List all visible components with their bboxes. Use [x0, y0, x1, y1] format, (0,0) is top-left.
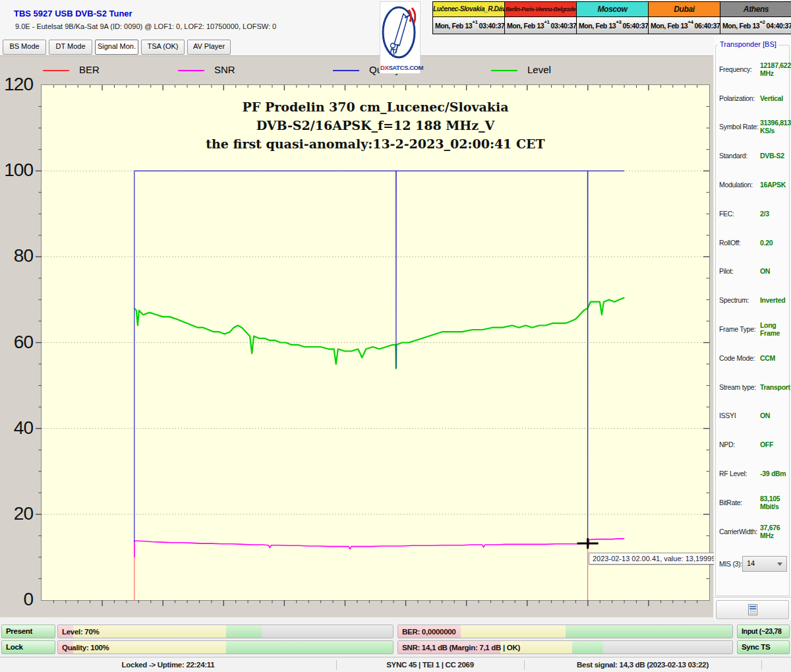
clock-date: Mon, Feb 13 [651, 22, 688, 30]
bar-seg [566, 625, 732, 638]
logo-rest: SATCS.COM [388, 64, 423, 71]
clock-berlin: Berlin-Paris-Vienna-Belgrade Mon, Feb 13… [504, 1, 577, 34]
world-clocks: Lučenec-Slovakia_R.Dávid Mon, Feb 13+103… [432, 1, 791, 34]
clock-athens: Athens Mon, Feb 13+204:40:37 [720, 1, 791, 34]
y-tick-label: 0 [0, 589, 33, 610]
y-tick-label: 60 [0, 332, 33, 353]
y-tick-label: 120 [0, 74, 33, 95]
best-signal-status: Best signal: 14,3 dB (2023-02-13 03:22) [524, 657, 761, 672]
uptime-status: Locked -> Uptime: 22:24:11 [0, 657, 336, 672]
snr-bar: SNR: 14,1 dB (Margin: 7,1 dB | OK) [397, 640, 733, 654]
row-npd: NPD:OFF [719, 430, 788, 459]
tab-signal-mon[interactable]: Signal Mon. [95, 40, 138, 55]
row-pilot: Pilot:ON [719, 257, 788, 286]
clock-time: 03:40:37 [551, 22, 577, 30]
dxsatcs-logo: DXSATCS.COM [380, 1, 421, 74]
plot-canvas [42, 85, 709, 600]
clock-date: Mon, Feb 13 [435, 22, 472, 30]
transponder-rows: Frequency:12187,622 MHz Polarization:Ver… [719, 55, 788, 546]
sidebar-divider [714, 597, 791, 597]
sync-tei-cc-status: SYNC 45 | TEI 1 | CC 2069 [336, 657, 524, 672]
mis-dropdown[interactable]: 14 [742, 556, 787, 572]
clock-utc-offset: +1 [472, 19, 477, 25]
tab-dt-mode[interactable]: DT Mode [49, 40, 92, 55]
input-bitrate-indicator: Input (~23,78 Mbps) [737, 625, 790, 638]
row-standard: Standard:DVB-S2 [719, 141, 788, 170]
present-indicator: Present [1, 625, 55, 638]
legend-item-ber: BER [43, 64, 175, 77]
clock-city-label: Athens [720, 2, 791, 17]
clock-utc-offset: +3 [616, 19, 621, 25]
mis-selected-value: 14 [747, 559, 755, 567]
transponder-sidebar: Transponder [BS] Frequency:12187,622 MHz… [714, 36, 791, 620]
clock-moscow: Moscow Mon, Feb 13+305:40:37 [576, 1, 649, 34]
mis-row: MIS (3): 14 [719, 556, 788, 572]
tab-tsa[interactable]: TSA (OK) [141, 40, 185, 55]
tbs-tuner-window: TBS 5927 USB DVB-S2 Tuner 9.0E - Eutelsa… [0, 0, 791, 672]
chart-title-line3: the first quasi-anomaly:13-2-2023_02:00:… [42, 137, 709, 151]
row-frequency: Frequency:12187,622 MHz [719, 55, 788, 84]
ber-bar: BER: 0,0000000 [397, 625, 733, 638]
clock-time: 06:40:37 [695, 22, 720, 30]
row-rf-level: RF Level:-39 dBm [719, 459, 788, 488]
window-title: TBS 5927 USB DVB-S2 Tuner [14, 9, 132, 18]
clock-city-label: Lučenec-Slovakia_R.Dávid [433, 2, 504, 17]
clock-date: Mon, Feb 13 [507, 22, 544, 30]
level-bar-label: Level: 70% [62, 625, 99, 638]
row-fec: FEC:2/3 [719, 199, 788, 228]
snr-bar-label: SNR: 14,1 dB (Margin: 7,1 dB | OK) [402, 641, 520, 654]
row-modulation: Modulation:16APSK [719, 170, 788, 199]
clock-time: 03:40:37 [479, 22, 505, 30]
row-issyi: ISSYION [719, 402, 788, 431]
clock-date: Mon, Feb 13 [579, 22, 616, 30]
quality-bar-label: Quality: 100% [62, 641, 109, 654]
clock-city-label: Berlin-Paris-Vienna-Belgrade [505, 2, 576, 17]
stream-list-button[interactable] [716, 600, 789, 619]
row-stream-type: Stream type:Transport [719, 373, 788, 402]
bar-seg [226, 641, 393, 654]
ber-line-swatch [43, 70, 69, 71]
y-tick-label: 20 [0, 503, 33, 524]
level-line-swatch [491, 70, 517, 71]
signal-plot[interactable]: PF Prodelin 370 cm_Lucenec/Slovakia DVB-… [41, 84, 710, 601]
bar-seg [461, 625, 566, 638]
list-report-icon [748, 604, 757, 615]
clock-city-label: Dubai [649, 2, 720, 17]
row-bitrate: BitRate:83,105 Mbit/s [719, 488, 788, 517]
row-spectrum: Spectrum:Inverted [719, 286, 788, 315]
quality-bar: Quality: 100% [57, 640, 394, 654]
status-row-2: Lock Quality: 100% SNR: 14,1 dB (Margin:… [0, 640, 791, 654]
legend-item-level: Level [491, 64, 623, 77]
row-code-mode: Code Mode:CCM [719, 344, 788, 373]
clock-city-label: Moscow [577, 2, 648, 17]
statusbar-divider [761, 660, 762, 670]
quality-line-swatch [333, 70, 359, 71]
clock-lucenec: Lučenec-Slovakia_R.Dávid Mon, Feb 13+103… [432, 1, 505, 34]
tab-av-player[interactable]: AV Player [187, 40, 231, 55]
statusbar: Locked -> Uptime: 22:24:11 SYNC 45 | TEI… [0, 657, 791, 672]
logo-dx: DX [380, 64, 388, 71]
ber-bar-label: BER: 0,0000000 [402, 625, 455, 638]
row-rolloff: RollOff:0.20 [719, 228, 788, 257]
row-symbol-rate: Symbol Rate:31396,813 KS/s [719, 113, 788, 142]
satellite-subtitle: 9.0E - Eutelsat 9B/Ka-Sat 9A (ID: 0090) … [15, 22, 276, 30]
chart-title-line1: PF Prodelin 370 cm_Lucenec/Slovakia [42, 100, 709, 114]
row-frame-type: Frame Type:Long Frame [719, 315, 788, 344]
legend-label: Level [527, 64, 551, 75]
y-tick-label: 100 [0, 160, 33, 181]
logo-text: DXSATCS.COM [380, 64, 420, 71]
tab-bs-mode[interactable]: BS Mode [3, 40, 46, 55]
y-tick-label: 40 [0, 417, 33, 439]
row-carrier-width: CarrierWidth:37,676 MHz [719, 517, 788, 546]
row-polarization: Polarization:Vertical [719, 84, 788, 113]
chart-title-line2: DVB-S2/16APSK_f=12 188 MHz_V [42, 118, 709, 133]
level-bar: Level: 70% [57, 625, 394, 638]
y-tick-label: 80 [0, 245, 33, 266]
signal-monitor-chart-panel: BER SNR Quality Level 020406080100120 PF… [0, 55, 713, 617]
snr-line-swatch [178, 70, 204, 71]
mode-tabbar: BS Mode DT Mode Signal Mon. TSA (OK) AV … [3, 40, 231, 55]
bar-seg [262, 625, 393, 638]
clock-time: 04:40:37 [767, 22, 791, 30]
clock-dubai: Dubai Mon, Feb 13+406:40:37 [648, 1, 720, 34]
lock-indicator: Lock [1, 640, 55, 654]
